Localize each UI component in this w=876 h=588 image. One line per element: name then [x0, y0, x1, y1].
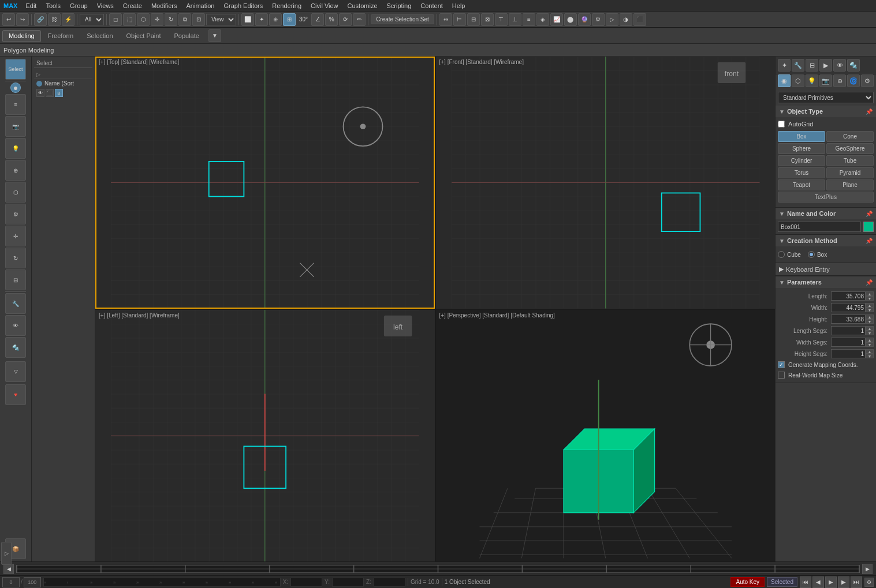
color-swatch[interactable]	[863, 222, 874, 232]
scene-expand-btn[interactable]: ▷	[34, 70, 92, 79]
menu-civil-view[interactable]: Civil View	[306, 1, 342, 10]
render-button[interactable]: ▷	[606, 13, 618, 26]
radio-cube[interactable]: Cube	[778, 251, 801, 258]
ref-coord-button[interactable]: ⬜	[241, 13, 254, 26]
rp-spacewarp-icon[interactable]: 🌀	[847, 74, 860, 87]
sidebar-camera-btn[interactable]: 📷	[5, 116, 26, 137]
menu-tools[interactable]: Tools	[41, 1, 65, 10]
vp-left-label[interactable]: [+] [Left] [Standard] [Wireframe]	[99, 312, 180, 319]
width-segs-spin-down[interactable]: ▼	[866, 342, 874, 347]
undo-button[interactable]: ↩	[2, 13, 15, 26]
vp-front-label[interactable]: [+] [Front] [Standard] [Wireframe]	[439, 59, 524, 65]
creation-method-header[interactable]: ▼ Creation Method 📌	[776, 235, 876, 246]
create-selection-set-button[interactable]: Create Selection Set	[371, 14, 434, 24]
timeline-next-btn[interactable]: ▶	[862, 564, 873, 574]
align-button[interactable]: ⊨	[453, 13, 466, 26]
name-color-header[interactable]: ▼ Name and Color 📌	[776, 208, 876, 219]
sidebar-filter-btn[interactable]: ▽	[5, 361, 26, 382]
unlink-button[interactable]: ⛓	[48, 13, 61, 26]
autokey-button[interactable]: Auto Key	[730, 577, 765, 587]
sidebar-sphere-btn[interactable]: ●	[10, 83, 21, 93]
menu-animation[interactable]: Animation	[182, 1, 219, 10]
btn-plane[interactable]: Plane	[826, 179, 874, 190]
btn-box[interactable]: Box	[778, 131, 825, 142]
layer-button[interactable]: ≡	[523, 13, 535, 26]
height-spin-down[interactable]: ▼	[866, 319, 874, 324]
creation-method-pin[interactable]: 📌	[866, 238, 873, 244]
active-shade-button[interactable]: ◑	[620, 13, 632, 26]
btn-textplus[interactable]: TextPlus	[778, 192, 874, 203]
prev-key-button[interactable]: ⏮	[800, 576, 811, 588]
edit-named-button[interactable]: ✏	[353, 13, 366, 26]
viewport-left[interactable]: [+] [Left] [Standard] [Wireframe] left	[95, 310, 435, 562]
btn-torus[interactable]: Torus	[778, 167, 825, 178]
sidebar-light-btn[interactable]: 💡	[5, 138, 26, 159]
tab-freeform[interactable]: Freeform	[42, 30, 80, 42]
snap-button[interactable]: ✦	[255, 13, 268, 26]
normal-align-button[interactable]: ⊠	[481, 13, 494, 26]
angle-snap-button[interactable]: ∠	[311, 13, 324, 26]
align-camera-button[interactable]: ⊥	[509, 13, 521, 26]
rp-helper-icon[interactable]: ⊕	[833, 74, 846, 87]
width-spin-up[interactable]: ▲	[866, 303, 874, 308]
autogrid-checkbox[interactable]	[778, 121, 785, 128]
snap2d-button[interactable]: ⊕	[269, 13, 282, 26]
link-button[interactable]: 🔗	[34, 13, 47, 26]
next-frame-button[interactable]: ▶	[838, 576, 849, 588]
name-color-pin[interactable]: 📌	[866, 211, 873, 217]
menu-graph-editors[interactable]: Graph Editors	[219, 1, 267, 10]
mirror-button[interactable]: ⇔	[439, 13, 452, 26]
z-coord-input[interactable]	[374, 578, 405, 587]
menu-help[interactable]: Help	[448, 1, 470, 10]
sidebar-move-btn[interactable]: ✛	[5, 226, 26, 246]
menu-scripting[interactable]: Scripting	[382, 1, 416, 10]
x-coord-input[interactable]	[290, 578, 322, 587]
select-button[interactable]: ◻	[109, 13, 122, 26]
scrubber[interactable]: 0 5 10 15 20 25 30 35 40 45 50	[43, 578, 281, 587]
sidebar-list-btn[interactable]: ≡	[5, 94, 26, 115]
sidebar-shape-btn[interactable]: ⬡	[5, 182, 26, 203]
move-button[interactable]: ✛	[151, 13, 163, 26]
scene-header[interactable]: Select	[34, 59, 92, 68]
place-highlight-button[interactable]: ⊤	[495, 13, 508, 26]
bind-button[interactable]: ⚡	[62, 13, 74, 26]
parameters-pin[interactable]: 📌	[866, 279, 873, 286]
scene-render-btn[interactable]: ⬛	[46, 89, 54, 97]
render-setup-button[interactable]: ⚙	[592, 13, 605, 26]
keyboard-entry-header[interactable]: ▶ Keyboard Entry	[776, 263, 876, 276]
btn-cone[interactable]: Cone	[826, 131, 874, 142]
filter-dropdown[interactable]: All	[80, 14, 104, 25]
length-spin-down[interactable]: ▼	[866, 296, 874, 301]
sidebar-expand-btn[interactable]: ▷	[1, 542, 12, 565]
height-spin-up[interactable]: ▲	[866, 314, 874, 319]
menu-customize[interactable]: Customize	[343, 1, 382, 10]
length-segs-spin-down[interactable]: ▼	[866, 331, 874, 335]
tab-selection[interactable]: Selection	[80, 30, 119, 42]
select-region-button[interactable]: ⬚	[123, 13, 136, 26]
view-dropdown[interactable]: View	[206, 14, 236, 25]
scene-eye-btn[interactable]: 👁	[36, 89, 44, 97]
rotate-button[interactable]: ↻	[165, 13, 177, 26]
object-type-header[interactable]: ▼ Object Type 📌	[776, 106, 876, 117]
snap3d-button[interactable]: ⊞	[283, 13, 296, 26]
rp-geometry-icon[interactable]: ◉	[778, 74, 791, 87]
btn-sphere[interactable]: Sphere	[778, 143, 825, 154]
real-world-checkbox[interactable]	[778, 372, 785, 379]
select-scale-button[interactable]: ⊡	[192, 13, 205, 26]
gen-mapping-checkbox[interactable]	[778, 361, 785, 368]
menu-create[interactable]: Create	[118, 1, 147, 10]
menu-modifiers[interactable]: Modifiers	[147, 1, 182, 10]
height-segs-spin-up[interactable]: ▲	[866, 349, 874, 354]
tab-object-paint[interactable]: Object Paint	[120, 30, 167, 42]
menu-views[interactable]: Views	[92, 1, 118, 10]
rp-display-icon[interactable]: 👁	[833, 59, 846, 72]
viewport-perspective[interactable]: [+] [Perspective] [Standard] [Default Sh…	[436, 310, 776, 562]
object-type-pin[interactable]: 📌	[866, 108, 873, 115]
width-segs-spin-up[interactable]: ▲	[866, 338, 874, 342]
viewport-top[interactable]: [+] [Top] [Standard] [Wireframe]	[95, 57, 435, 309]
btn-cylinder[interactable]: Cylinder	[778, 155, 825, 166]
scale-button[interactable]: ⧉	[178, 13, 191, 26]
timeline-prev-btn[interactable]: ◀	[3, 564, 14, 574]
redo-button[interactable]: ↪	[16, 13, 29, 26]
tab-more-button[interactable]: ▼	[208, 29, 221, 42]
